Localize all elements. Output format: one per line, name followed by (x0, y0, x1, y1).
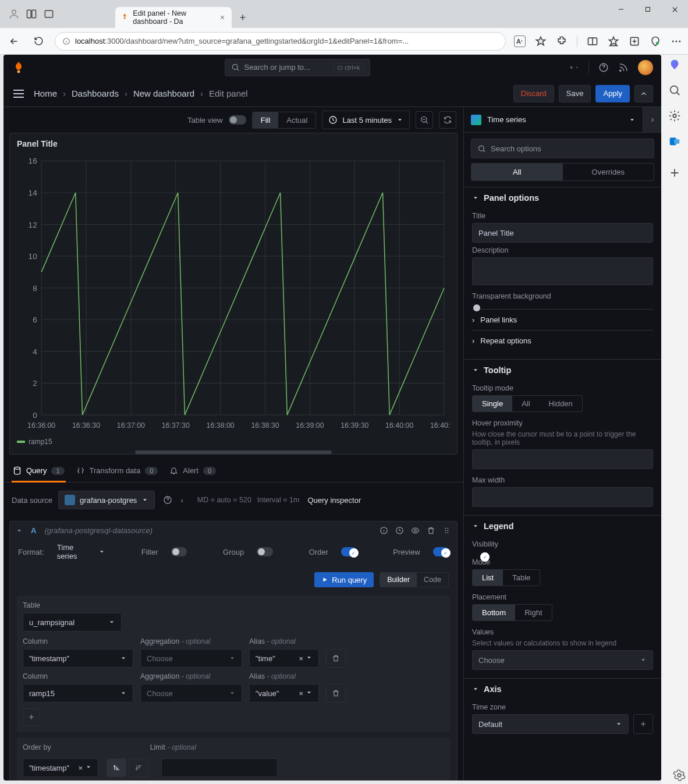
agg-1-select[interactable]: Choose (140, 649, 242, 668)
query-drag-icon[interactable] (442, 526, 451, 535)
filter-toggle[interactable] (171, 547, 187, 556)
browser-tab[interactable]: Edit panel - New dashboard - Da (115, 7, 232, 28)
section-header[interactable]: Tooltip (464, 360, 661, 381)
builder-option[interactable]: Builder (380, 573, 417, 587)
query-options-expand[interactable]: › (180, 496, 183, 505)
max-width-input[interactable] (472, 487, 653, 507)
query-ref-id[interactable]: A (31, 526, 36, 535)
query-hide-icon[interactable] (411, 526, 420, 535)
new-tab-button[interactable] (234, 9, 251, 26)
favorites-bar-icon[interactable] (608, 36, 619, 47)
refresh-button[interactable] (30, 33, 47, 49)
tab-overrides[interactable]: Overrides (563, 164, 654, 180)
legend-list[interactable]: List (473, 570, 503, 586)
fill-actual-segment[interactable]: Fill Actual (252, 112, 317, 129)
menu-toggle-icon[interactable] (12, 87, 26, 101)
order-toggle[interactable] (341, 547, 357, 556)
tooltip-mode-group[interactable]: Single All Hidden (472, 395, 583, 412)
search-sidebar-icon[interactable] (668, 84, 681, 97)
query-inspector-button[interactable]: Query inspector (307, 496, 361, 505)
preview-toggle[interactable] (433, 547, 449, 556)
code-option[interactable]: Code (417, 573, 448, 587)
run-query-button[interactable]: Run query (314, 572, 374, 587)
repeat-options-expand[interactable]: ›Repeat options (472, 330, 653, 351)
fill-option[interactable]: Fill (253, 112, 279, 128)
legend-values-select[interactable]: Choose (472, 650, 653, 670)
agg-2-select[interactable]: Choose (140, 684, 242, 703)
discard-button[interactable]: Discard (513, 85, 554, 102)
window-minimize-button[interactable] (608, 0, 634, 19)
orderby-select[interactable]: "timestamp"× (23, 758, 98, 777)
tab-all[interactable]: All (471, 164, 563, 180)
close-tab-icon[interactable] (219, 14, 226, 21)
sidebar-settings-icon[interactable] (673, 769, 686, 782)
datasource-help-button[interactable] (161, 491, 175, 509)
tab-actions-icon[interactable] (43, 8, 55, 20)
zoom-out-button[interactable] (416, 111, 433, 129)
collections-icon[interactable] (629, 36, 640, 47)
crumb-home[interactable]: Home (34, 88, 57, 98)
workspaces-icon[interactable] (26, 8, 37, 20)
timezone-select[interactable]: Default (472, 714, 629, 734)
panel-description-input[interactable] (472, 257, 653, 285)
crumb-dashboards[interactable]: Dashboards (72, 88, 119, 98)
time-range-picker[interactable]: Last 5 minutes (322, 111, 410, 129)
crumb-new-dashboard[interactable]: New dashboard (133, 88, 194, 98)
copilot-icon[interactable] (668, 58, 681, 71)
save-button[interactable]: Save (559, 85, 591, 102)
tab-query[interactable]: Query 1 (13, 459, 65, 482)
table-view-switch[interactable] (229, 115, 246, 125)
section-header[interactable]: Legend (464, 516, 661, 537)
query-duplicate-icon[interactable] (395, 526, 404, 535)
user-avatar[interactable] (638, 60, 653, 75)
alias-1-input[interactable]: "time"× (249, 649, 319, 668)
tooltip-all[interactable]: All (512, 396, 539, 411)
legend-right[interactable]: Right (515, 605, 551, 620)
table-view-toggle[interactable]: Table view (187, 115, 246, 125)
global-search[interactable]: Search or jump to... ctrl+k (225, 59, 370, 76)
back-button[interactable] (6, 33, 22, 49)
legend-table[interactable]: Table (503, 570, 540, 586)
group-toggle[interactable] (257, 547, 272, 556)
extensions-icon[interactable] (556, 36, 568, 47)
chart-area[interactable]: 024681012141616:36:0016:36:3016:37:0016:… (10, 154, 457, 435)
all-overrides-tabs[interactable]: All Overrides (471, 163, 654, 181)
section-header[interactable]: Axis (464, 679, 661, 700)
read-aloud-icon[interactable]: A› (514, 36, 526, 47)
split-screen-icon[interactable] (587, 36, 598, 47)
column-2-select[interactable]: ramp15 (23, 684, 133, 703)
options-search[interactable]: Search options (471, 139, 654, 158)
chevron-down-icon[interactable] (16, 527, 23, 534)
legend-placement-group[interactable]: Bottom Right (472, 604, 552, 621)
clear-icon[interactable]: × (78, 764, 83, 772)
chart-scrollbar[interactable] (135, 450, 332, 454)
column-1-select[interactable]: "timestamp" (23, 649, 133, 668)
tools-sidebar-icon[interactable] (668, 109, 681, 122)
panel-title-input[interactable]: Panel Title (472, 223, 653, 243)
browser-essentials-icon[interactable] (650, 36, 661, 47)
more-icon[interactable] (671, 36, 682, 47)
visualization-picker[interactable]: Time series (464, 115, 643, 125)
add-menu-button[interactable] (569, 62, 579, 73)
legend-bottom[interactable]: Bottom (473, 605, 515, 620)
window-close-button[interactable] (661, 0, 688, 19)
section-header[interactable]: Panel options (464, 187, 661, 208)
table-select[interactable]: u_rampsignal (23, 613, 122, 632)
tab-alert[interactable]: Alert 0 (169, 459, 216, 482)
builder-code-segment[interactable]: Builder Code (380, 572, 449, 587)
apply-button[interactable]: Apply (595, 85, 630, 102)
collapse-options-button[interactable] (634, 85, 653, 102)
tab-transform[interactable]: Transform data 0 (76, 459, 158, 482)
profile-icon[interactable] (8, 8, 20, 20)
site-info-icon[interactable] (62, 37, 70, 45)
alias-2-input[interactable]: "value"× (249, 684, 319, 703)
panel-legend[interactable]: ramp15 (10, 435, 457, 450)
help-icon[interactable] (598, 62, 609, 73)
add-timezone-button[interactable] (633, 714, 653, 734)
datasource-picker[interactable]: grafana-postgres (58, 491, 155, 509)
window-maximize-button[interactable] (634, 0, 661, 19)
sort-desc-button[interactable] (129, 758, 148, 777)
add-sidebar-icon[interactable] (668, 166, 681, 179)
query-row-header[interactable]: A (grafana-postgresql-datasource) (10, 522, 457, 540)
add-column-button[interactable] (23, 708, 40, 726)
